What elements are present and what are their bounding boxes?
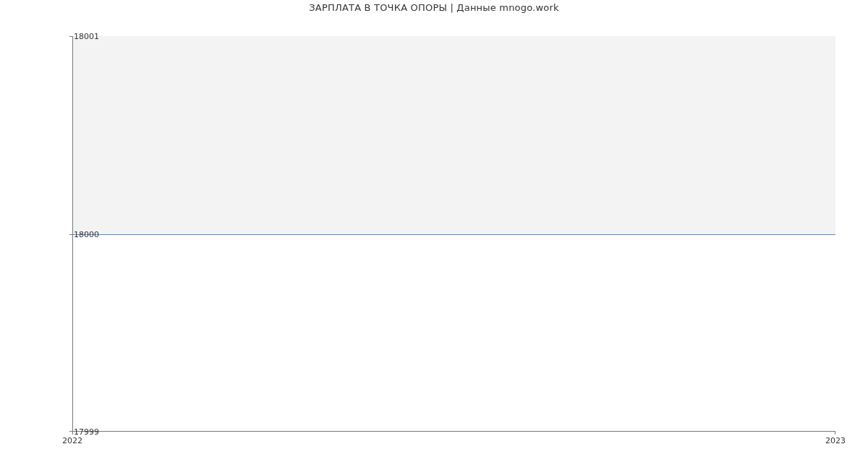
x-tick-label: 2022 [62, 436, 82, 445]
y-tick-label: 18001 [63, 32, 99, 41]
plot-area [72, 36, 835, 432]
y-tick-label: 17999 [63, 427, 99, 437]
plot-bg-upper [72, 36, 835, 234]
x-axis-spine [72, 431, 835, 432]
x-tick [835, 432, 835, 435]
y-tick-label: 18000 [63, 229, 99, 239]
plot-background [72, 36, 835, 432]
chart-container: ЗАРПЛАТА В ТОЧКА ОПОРЫ | Данные mnogo.wo… [0, 0, 868, 470]
chart-title: ЗАРПЛАТА В ТОЧКА ОПОРЫ | Данные mnogo.wo… [0, 2, 868, 13]
x-tick-label: 2023 [825, 436, 846, 445]
plot-bg-lower [72, 234, 835, 432]
series-line [72, 234, 835, 235]
